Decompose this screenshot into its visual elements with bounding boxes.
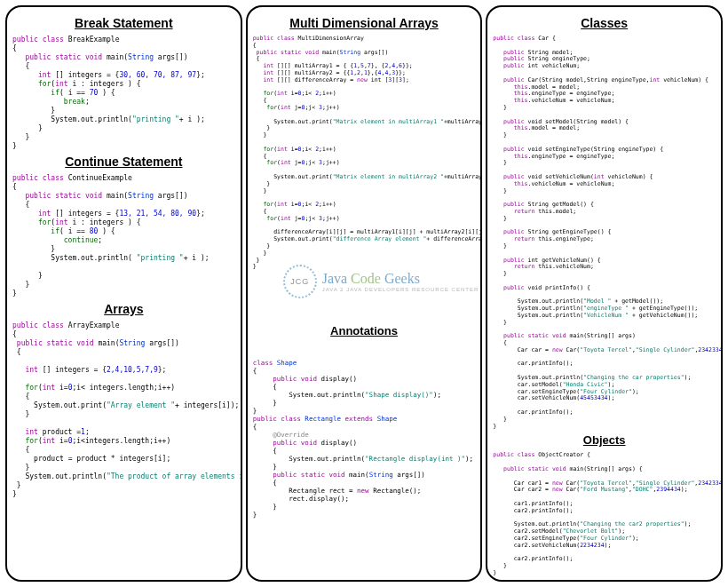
column-classes-objects: Classes public class Car { public String… [486,5,723,582]
code-continue: public class ContinueExample { public st… [12,174,235,298]
title-arrays: Arrays [12,302,235,316]
column-mda-annotations: Multi Dimensional Arrays public class Mu… [246,5,483,582]
title-break: Break Statement [12,16,235,30]
watermark-circle-icon: JCG [283,265,317,298]
code-arrays: public class ArrayExample { public stati… [12,321,235,499]
title-annotations: Annotations [253,324,476,337]
code-mda: public class MultiDimensionArray { publi… [253,36,476,271]
title-continue: Continue Statement [12,155,235,169]
title-mda: Multi Dimensional Arrays [253,16,476,30]
code-annotations: class Shape { public void display() { Sy… [253,343,476,519]
title-classes: Classes [493,16,716,30]
code-objects: public class ObjectCreator { public stat… [493,452,716,576]
watermark-main: Java Code Geeks [322,271,479,287]
title-objects: Objects [493,433,716,447]
code-break: public class BreakExample { public stati… [12,36,235,151]
column-break-continue-arrays: Break Statement public class BreakExampl… [5,5,242,582]
watermark-sub: JAVA 2 JAVA DEVELOPERS RESOURCE CENTER [322,287,479,292]
watermark-jcg: JCG Java Code Geeks JAVA 2 JAVA DEVELOPE… [283,265,479,298]
code-classes: public class Car { public String model; … [493,36,716,430]
